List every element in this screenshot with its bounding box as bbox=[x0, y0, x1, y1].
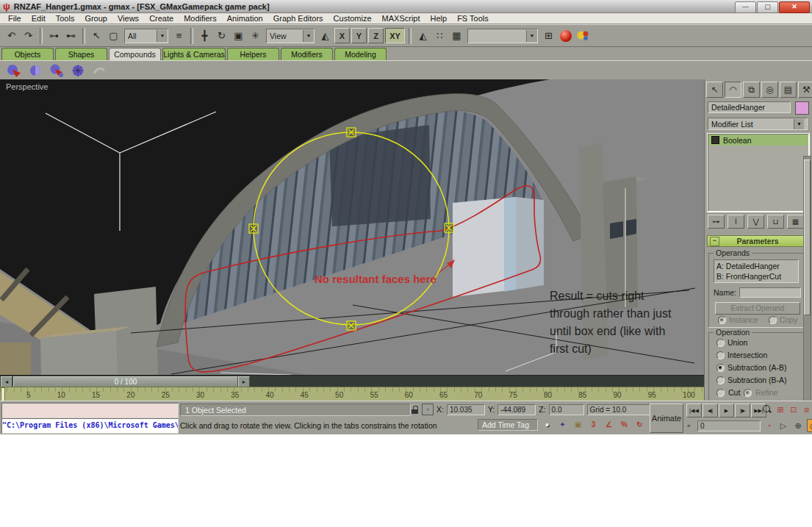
x-coordinate-field[interactable]: 10.035 bbox=[447, 404, 485, 415]
menu-item[interactable]: Views bbox=[112, 14, 144, 23]
next-frame-icon[interactable]: |▶ bbox=[735, 404, 750, 417]
union-radio[interactable] bbox=[716, 339, 725, 347]
arc-rotate-icon[interactable]: ◎ bbox=[807, 419, 812, 432]
panel-scrollbar[interactable] bbox=[803, 156, 811, 402]
tab-helpers[interactable]: Helpers bbox=[227, 48, 279, 60]
chevron-down-icon[interactable]: ▼ bbox=[526, 30, 537, 42]
utilities-tab-icon[interactable]: ⚒ bbox=[798, 82, 812, 98]
operands-list[interactable]: A: DetailedHangerB: FrontHangerCut bbox=[714, 259, 799, 283]
copy-radio[interactable] bbox=[769, 316, 777, 324]
chevron-down-icon[interactable]: ▼ bbox=[794, 119, 804, 129]
play-icon[interactable]: ▶ bbox=[719, 404, 734, 417]
select-by-name-icon[interactable]: ≡ bbox=[171, 28, 187, 43]
pin-stack-icon[interactable]: ⊶ bbox=[708, 215, 725, 229]
previous-frame-icon[interactable]: ◀| bbox=[703, 404, 718, 417]
selection-lock-icon[interactable] bbox=[412, 406, 419, 414]
morph-icon[interactable] bbox=[6, 63, 22, 78]
zoom-all-icon[interactable]: ⊞ bbox=[775, 404, 786, 415]
object-name-field[interactable]: DetailedHanger bbox=[708, 101, 791, 113]
select-object-icon[interactable]: ↖ bbox=[89, 28, 104, 43]
current-frame-marker[interactable] bbox=[1, 387, 5, 401]
collapse-icon[interactable]: − bbox=[710, 237, 719, 246]
spinner-snap-icon[interactable]: ↻ bbox=[634, 419, 645, 430]
current-frame-field[interactable]: 0 bbox=[697, 420, 761, 431]
z-coordinate-field[interactable]: 0.0 bbox=[549, 404, 584, 415]
angle-snap-icon[interactable]: ∠ bbox=[603, 419, 614, 430]
restrict-y-button[interactable]: Y bbox=[351, 28, 367, 43]
degradation-override-icon[interactable]: ● bbox=[542, 419, 553, 430]
tab-lights-cameras[interactable]: Lights & Cameras bbox=[162, 48, 226, 60]
cut-radio[interactable] bbox=[716, 389, 725, 397]
scatter-icon[interactable] bbox=[48, 63, 65, 78]
select-and-rotate-icon[interactable]: ↻ bbox=[214, 28, 229, 43]
refine-radio[interactable] bbox=[744, 389, 752, 397]
modifier-list-dropdown[interactable]: Modifier List ▼ bbox=[708, 118, 808, 130]
scrollbar-thumb[interactable] bbox=[804, 159, 811, 315]
y-coordinate-field[interactable]: -44.089 bbox=[497, 404, 536, 415]
restrict-z-button[interactable]: Z bbox=[368, 28, 384, 43]
subtraction-ba-radio[interactable] bbox=[716, 376, 725, 384]
add-time-tag-button[interactable]: Add Time Tag bbox=[478, 419, 538, 431]
zoom-icon[interactable] bbox=[761, 404, 773, 415]
menu-item[interactable]: FS Tools bbox=[452, 14, 494, 23]
undo-icon[interactable]: ↶ bbox=[4, 28, 19, 43]
pan-icon[interactable]: ⊕ bbox=[792, 420, 804, 431]
tab-compounds[interactable]: Compounds bbox=[109, 48, 161, 60]
named-selection-sets-icon[interactable]: ⊞ bbox=[541, 28, 556, 43]
modifier-stack-entry[interactable]: Boolean bbox=[708, 135, 808, 146]
select-and-link-icon[interactable]: ⊶ bbox=[46, 28, 62, 43]
menu-item[interactable]: MAXScript bbox=[377, 14, 425, 23]
operand-name-input[interactable] bbox=[739, 287, 801, 298]
menu-item[interactable]: Create bbox=[144, 14, 179, 23]
operand-row[interactable]: A: DetailedHanger bbox=[716, 261, 796, 271]
snap-star-icon[interactable]: ✦ bbox=[557, 419, 568, 430]
redo-icon[interactable]: ↷ bbox=[21, 28, 36, 43]
time-slider-thumb[interactable]: 0 / 100 bbox=[13, 376, 238, 387]
configure-modifier-sets-icon[interactable]: ▦ bbox=[787, 215, 804, 229]
remove-modifier-icon[interactable]: ⊔ bbox=[767, 215, 784, 229]
restrict-xy-plane-button[interactable]: XY bbox=[385, 28, 405, 43]
tab-modeling[interactable]: Modeling bbox=[334, 48, 387, 60]
previous-frame-arrow[interactable]: ◄ bbox=[1, 376, 12, 387]
time-slider[interactable]: ◄ 0 / 100 ► bbox=[0, 375, 704, 387]
menu-item[interactable]: Modifiers bbox=[179, 14, 222, 23]
menu-item[interactable]: Customize bbox=[328, 14, 377, 23]
select-and-move-icon[interactable]: ╋ bbox=[197, 28, 212, 43]
material-editor-icon[interactable] bbox=[558, 28, 573, 43]
snap-cube-icon[interactable]: ▣ bbox=[572, 419, 583, 430]
array-icon[interactable]: ∷ bbox=[432, 28, 448, 43]
next-frame-arrow[interactable]: ► bbox=[238, 376, 250, 387]
connect-icon[interactable] bbox=[91, 63, 107, 78]
unlink-selection-icon[interactable]: ⊷ bbox=[63, 28, 79, 43]
maxscript-listener-pink[interactable] bbox=[1, 403, 179, 418]
minimize-button[interactable]: — bbox=[735, 1, 756, 13]
maximize-button[interactable]: ▢ bbox=[757, 1, 778, 13]
modifier-stack[interactable]: Boolean bbox=[708, 134, 809, 212]
menu-item[interactable]: Animation bbox=[222, 14, 268, 23]
absolute-mode-icon[interactable]: ▫ bbox=[422, 404, 434, 415]
key-mode-icon[interactable]: ⚬ bbox=[683, 420, 694, 431]
title-bar[interactable]: ψ RNZAF_Hanger1.gmax - gmax - [FSX_GMaxG… bbox=[0, 0, 812, 13]
object-color-swatch[interactable] bbox=[795, 101, 809, 115]
chevron-down-icon[interactable]: ▼ bbox=[157, 30, 168, 42]
time-configuration-icon[interactable]: ◔ bbox=[764, 420, 775, 431]
mirror-icon[interactable]: ◭ bbox=[415, 28, 431, 43]
tab-modifiers[interactable]: Modifiers bbox=[281, 48, 333, 60]
render-icon[interactable] bbox=[575, 28, 590, 43]
subtraction-ab-radio[interactable] bbox=[716, 364, 725, 372]
display-tab-icon[interactable]: ▤ bbox=[780, 82, 797, 98]
select-and-scale-icon[interactable]: ▣ bbox=[231, 28, 246, 43]
maxscript-listener-input[interactable]: "C:\Program Files (x86)\Microsoft Games\… bbox=[1, 418, 179, 434]
layers-icon[interactable]: ▦ bbox=[449, 28, 464, 43]
rectangular-selection-icon[interactable]: ▢ bbox=[106, 28, 121, 43]
show-end-result-icon[interactable]: I bbox=[727, 215, 744, 229]
make-unique-icon[interactable]: ⋁ bbox=[747, 215, 764, 229]
intersection-radio[interactable] bbox=[716, 351, 725, 359]
tab-objects[interactable]: Objects bbox=[1, 48, 54, 60]
hierarchy-tab-icon[interactable]: ⧉ bbox=[743, 82, 760, 98]
conform-icon[interactable] bbox=[70, 63, 86, 78]
menu-item[interactable]: File bbox=[3, 14, 26, 23]
zoom-extents-all-icon[interactable]: ⧈ bbox=[801, 404, 812, 415]
create-tab-icon[interactable]: ↖ bbox=[706, 82, 723, 98]
menu-item[interactable]: Help bbox=[425, 14, 453, 23]
